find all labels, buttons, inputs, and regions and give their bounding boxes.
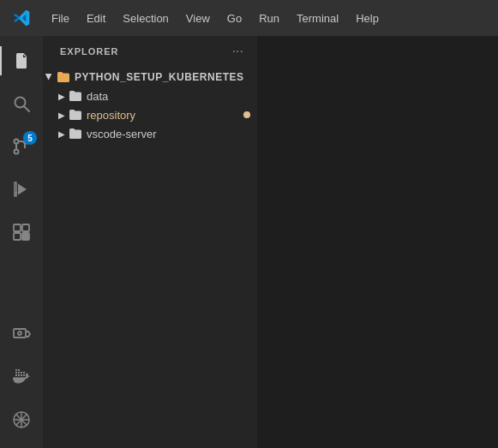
sidebar-more-button[interactable]: ··· bbox=[231, 42, 245, 61]
activity-kubernetes[interactable] bbox=[0, 398, 43, 441]
root-chevron-icon: ▶ bbox=[43, 70, 57, 84]
menu-selection[interactable]: Selection bbox=[114, 0, 177, 36]
sidebar-header: EXPLORER ··· bbox=[43, 36, 257, 66]
activity-remote[interactable] bbox=[0, 313, 43, 355]
data-label: data bbox=[87, 90, 250, 103]
titlebar: File Edit Selection View Go Run Terminal… bbox=[0, 0, 498, 36]
menu-edit[interactable]: Edit bbox=[78, 0, 114, 36]
svg-rect-2 bbox=[18, 65, 22, 67]
editor-area bbox=[257, 36, 498, 448]
data-chevron-icon: ▶ bbox=[55, 89, 69, 103]
explorer-section: ▶ PYTHON_SETUP_KUBERNETES ▶ bbox=[43, 66, 257, 448]
tree-root-item[interactable]: ▶ PYTHON_SETUP_KUBERNETES bbox=[43, 68, 257, 87]
sidebar-header-actions: ··· bbox=[231, 42, 245, 61]
svg-line-4 bbox=[25, 107, 30, 112]
svg-rect-8 bbox=[14, 224, 21, 231]
svg-rect-0 bbox=[18, 60, 25, 62]
titlebar-menu: File Edit Selection View Go Run Terminal… bbox=[43, 0, 387, 36]
modified-dot bbox=[243, 111, 250, 118]
activity-search[interactable] bbox=[0, 82, 43, 125]
repo-chevron-icon: ▶ bbox=[55, 108, 69, 122]
svg-rect-10 bbox=[14, 233, 21, 240]
menu-help[interactable]: Help bbox=[347, 0, 387, 36]
tree-item-data[interactable]: ▶ data bbox=[43, 87, 257, 105]
menu-go[interactable]: Go bbox=[219, 0, 250, 36]
repository-label: repository bbox=[87, 109, 243, 122]
svg-point-6 bbox=[15, 150, 19, 154]
data-folder-icon bbox=[69, 89, 82, 103]
vscode-server-label: vscode-server bbox=[87, 128, 250, 140]
vscode-server-chevron-icon: ▶ bbox=[55, 127, 69, 140]
activity-run[interactable] bbox=[0, 168, 43, 211]
activity-explorer[interactable] bbox=[0, 39, 43, 82]
activity-bottom bbox=[0, 313, 43, 448]
sidebar: EXPLORER ··· ▶ PYTHON_SETUP_KUBERNETES bbox=[43, 36, 257, 448]
menu-file[interactable]: File bbox=[43, 0, 78, 36]
vscode-logo bbox=[0, 9, 43, 27]
svg-rect-9 bbox=[22, 224, 29, 231]
file-tree: ▶ PYTHON_SETUP_KUBERNETES ▶ bbox=[43, 66, 257, 145]
activity-source-control[interactable]: 5 bbox=[0, 125, 43, 168]
root-label: PYTHON_SETUP_KUBERNETES bbox=[75, 71, 250, 83]
root-folder-icon bbox=[57, 70, 70, 84]
activity-docker[interactable] bbox=[0, 355, 43, 398]
source-control-badge: 5 bbox=[23, 131, 37, 145]
svg-point-5 bbox=[15, 140, 19, 144]
sidebar-title: EXPLORER bbox=[60, 46, 119, 57]
activity-extensions[interactable] bbox=[0, 211, 43, 254]
svg-rect-12 bbox=[14, 329, 26, 337]
tree-item-vscode-server[interactable]: ▶ vscode-server bbox=[43, 124, 257, 143]
svg-point-3 bbox=[15, 98, 26, 108]
vscode-server-folder-icon bbox=[69, 127, 82, 140]
svg-point-13 bbox=[18, 332, 21, 335]
svg-rect-11 bbox=[22, 233, 29, 240]
menu-view[interactable]: View bbox=[177, 0, 219, 36]
menu-run[interactable]: Run bbox=[250, 0, 288, 36]
menu-terminal[interactable]: Terminal bbox=[288, 0, 347, 36]
repo-folder-icon bbox=[69, 108, 82, 122]
activity-bar: 5 bbox=[0, 36, 43, 448]
tree-item-repository[interactable]: ▶ repository bbox=[43, 105, 257, 124]
svg-rect-1 bbox=[18, 63, 25, 64]
main-area: 5 bbox=[0, 36, 498, 448]
